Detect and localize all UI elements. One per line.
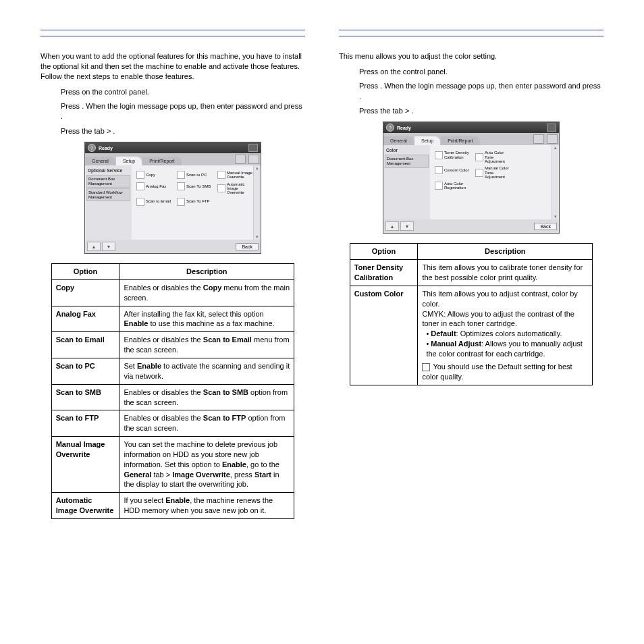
home-icon[interactable] [248,155,259,164]
note-icon [422,363,433,371]
cell-scan-smb[interactable]: Scan To SMB [177,182,215,190]
right-panel-screenshot: ? Ready General Setup Print/Report Color… [383,122,560,234]
opt-copy: Copy [51,279,119,306]
t: Press [61,102,82,110]
opt-scan-email: Scan to Email [51,332,119,358]
cell-copy[interactable]: Copy [136,171,174,179]
ready-label: Ready [397,126,411,130]
tab-general[interactable]: General [85,157,115,165]
left-step-1: 1 Press on the control panel. [50,87,305,97]
t: . [113,127,115,135]
side-workflow[interactable]: Standard Workflow Management [86,188,130,201]
tab-print-report[interactable]: Print/Report [142,157,181,165]
side-header: Color [385,146,429,154]
th-option: Option [350,244,418,260]
right-intro: This menu allows you to adjust the color… [339,51,603,61]
back-button[interactable]: Back [534,223,557,230]
desc-custom-color: This item allows you to adjust contrast,… [418,286,593,385]
desc-scan-email: Enables or disables the Scan to Email me… [119,332,294,358]
cell-auto-img[interactable]: Automatic Image Overwrite [217,182,255,195]
opt-scan-ftp: Scan to FTP [51,410,119,437]
opt-custom-color: Custom Color [350,286,418,385]
side-docbox[interactable]: Document Box Management [86,175,130,188]
cell-toner-density[interactable]: Toner Density Calibration [435,151,473,159]
help-icon[interactable]: ? [88,144,96,152]
side-header: Optional Service [86,167,130,174]
help-icon[interactable]: ? [386,124,394,132]
top-icon[interactable] [547,124,556,132]
cell-scan-pc[interactable]: Scan to PC [177,171,215,179]
t: tab > [95,127,113,135]
cell-auto-color-tone[interactable]: Auto Color Tone Adjustment [475,151,513,163]
nav-up[interactable]: ▲ [87,242,101,251]
grid-icon[interactable] [235,155,246,164]
right-step-3: 3 Press the tab > . [348,106,603,116]
opt-analog-fax: Analog Fax [51,306,119,332]
t: . [61,112,63,120]
desc-auto-overwrite: If you select Enable, the machine renews… [119,493,294,519]
scrollbar[interactable]: ▴▾ [253,165,261,240]
desc-manual-overwrite: You can set the machine to delete previo… [119,437,294,493]
home-icon[interactable] [547,134,558,144]
opt-scan-smb: Scan to SMB [51,384,119,410]
desc-analog-fax: After installing the fax kit, select thi… [119,306,294,332]
cell-analog-fax[interactable]: Analog Fax [136,182,174,190]
cell-scan-ftp[interactable]: Scan To FTP [177,198,215,206]
opt-auto-overwrite: Automatic Image Overwrite [51,493,119,519]
right-description-table: Option Description Toner Density Calibra… [350,243,593,385]
desc-scan-smb: Enables or disables the Scan to SMB opti… [119,384,294,410]
t: on the control panel. [82,88,149,96]
cell-auto-color-reg[interactable]: Auto Color Registration [435,182,473,190]
th-option: Option [51,264,119,280]
top-icon[interactable] [248,144,258,152]
right-step-1: 1 Press on the control panel. [348,67,603,77]
left-step-2: 2 Press . When the login message pops up… [50,101,305,122]
desc-copy: Enables or disables the Copy menu from t… [119,279,294,306]
left-intro: When you want to add the optional featur… [41,51,305,82]
side-docbox[interactable]: Document Box Management [385,155,429,167]
left-step-3: 3 Press the tab > . [50,126,305,136]
tab-print-report[interactable]: Print/Report [441,136,479,145]
nav-down[interactable]: ▼ [400,221,414,231]
tab-general[interactable]: General [383,136,414,145]
th-desc: Description [119,264,294,280]
opt-scan-pc: Scan to PC [51,358,119,385]
t: Press the [61,127,95,135]
nav-down[interactable]: ▼ [102,242,115,251]
cell-manual-color-tone[interactable]: Manual Color Tone Adjustment [475,166,513,179]
t: . When the login message pops up, then e… [82,102,302,110]
cell-manual-img[interactable]: Manual Image Overwrite [217,171,255,180]
cell-custom-color[interactable]: Custom Color [435,166,473,174]
ready-label: Ready [99,146,113,151]
desc-toner-density: This item allows you to calibrate toner … [418,260,593,286]
left-panel-screenshot: ? Ready General Setup Print/Report Optio… [84,142,261,254]
nav-up[interactable]: ▲ [385,221,399,231]
tab-setup[interactable]: Setup [116,157,142,165]
opt-manual-overwrite: Manual Image Overwrite [51,437,119,493]
left-description-table: Option Description Copy Enables or disab… [51,263,295,519]
t: Press [61,88,82,96]
opt-toner-density: Toner Density Calibration [350,260,418,286]
th-desc: Description [418,244,593,260]
desc-scan-ftp: Enables or disables the Scan to FTP opti… [119,410,294,437]
grid-icon[interactable] [533,134,544,144]
right-step-2: 2 Press . When the login message pops up… [348,81,603,102]
back-button[interactable]: Back [236,243,259,250]
desc-scan-pc: Set Enable to activate the scanning and … [119,358,294,385]
tab-setup[interactable]: Setup [414,136,440,145]
scrollbar[interactable]: ▴▾ [552,145,559,219]
cell-scan-email[interactable]: Scan to Email [136,198,174,206]
